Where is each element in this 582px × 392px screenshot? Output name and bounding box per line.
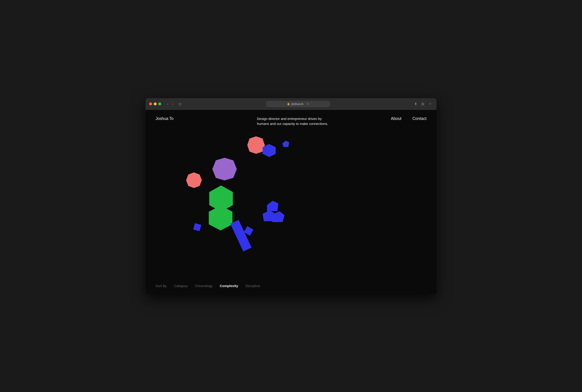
- canvas-area: [146, 126, 436, 279]
- traffic-light-red[interactable]: [149, 102, 152, 106]
- traffic-lights: [149, 102, 161, 106]
- shape-blue-hex-right: [262, 144, 276, 157]
- site-logo: Joshua To: [155, 116, 192, 121]
- site-tagline: Design director and entrepreneur driven …: [243, 116, 330, 126]
- traffic-light-green[interactable]: [158, 102, 161, 106]
- shape-blue-pent-r-br: [272, 211, 284, 222]
- address-bar[interactable]: 🔒 joshua.to ↻: [266, 101, 330, 107]
- about-link[interactable]: About: [391, 116, 402, 121]
- shape-salmon-top-center: [247, 136, 265, 154]
- browser-window: ‹ › ⊡ 🔒 joshua.to ↻ ⬆ ⊞ ＋ Joshua To Desi…: [146, 98, 436, 294]
- contact-link[interactable]: Contact: [412, 116, 427, 121]
- shape-blue-pent-top-right: [282, 140, 289, 147]
- reload-icon[interactable]: ↻: [307, 102, 309, 106]
- shape-blue-sq-left: [193, 223, 201, 231]
- address-bar-container: 🔒 joshua.to ↻: [185, 101, 411, 107]
- browser-chrome: ‹ › ⊡ 🔒 joshua.to ↻ ⬆ ⊞ ＋: [146, 98, 436, 110]
- site-header: Joshua To Design director and entreprene…: [146, 110, 436, 126]
- shapes-layer: [146, 126, 436, 279]
- tab-view-button[interactable]: ⊡: [177, 102, 183, 106]
- lock-icon: 🔒: [287, 102, 290, 106]
- shape-salmon-left: [186, 172, 202, 188]
- back-button[interactable]: ‹: [166, 102, 170, 106]
- sort-category[interactable]: Category: [174, 284, 188, 288]
- forward-button[interactable]: ›: [170, 102, 174, 106]
- site-footer: Sort By Category Chronology Complexity D…: [146, 279, 436, 294]
- sort-by-label: Sort By: [155, 284, 167, 288]
- shape-blue-pent-r-top: [267, 200, 278, 211]
- url-text: joshua.to: [292, 102, 304, 106]
- shape-purple-center: [212, 158, 237, 180]
- sort-chronology[interactable]: Chronology: [195, 284, 213, 288]
- page-content: Joshua To Design director and entreprene…: [146, 110, 436, 294]
- add-tab-sidebar-button[interactable]: ⊞: [420, 101, 425, 106]
- traffic-light-yellow[interactable]: [154, 102, 157, 106]
- new-tab-button[interactable]: ＋: [427, 101, 433, 107]
- shape-green-hex-bot: [209, 206, 232, 230]
- sort-discipline[interactable]: Discipline: [245, 284, 260, 288]
- site-nav: About Contact: [381, 116, 427, 121]
- nav-buttons: ‹ ›: [166, 102, 175, 106]
- shape-blue-rect-tall: [230, 220, 251, 252]
- share-button[interactable]: ⬆: [413, 101, 418, 106]
- sort-complexity[interactable]: Complexity: [220, 284, 238, 288]
- browser-actions: ⬆ ⊞ ＋: [413, 101, 433, 107]
